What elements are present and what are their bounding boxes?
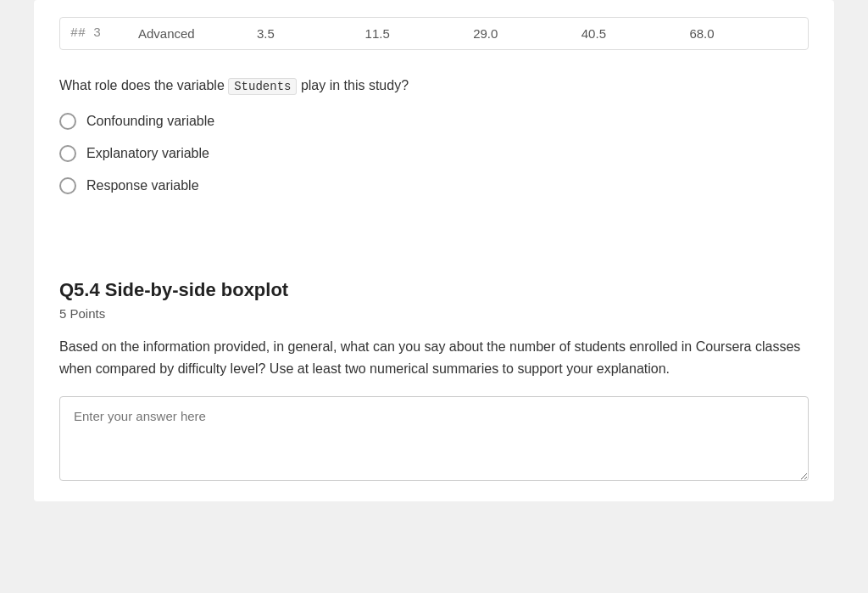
- q54-body: Based on the information provided, in ge…: [59, 336, 809, 379]
- table-cell-5: 68.0: [689, 26, 798, 41]
- radio-circle-1[interactable]: [59, 113, 76, 130]
- q53-question-prefix: What role does the variable: [59, 78, 228, 92]
- page-container: ## 3 Advanced 3.5 11.5 29.0 40.5 68.0 Wh…: [0, 0, 868, 501]
- radio-circle-3[interactable]: [59, 177, 76, 194]
- radio-label-2: Explanatory variable: [86, 146, 209, 161]
- table-cell-1: 3.5: [257, 26, 365, 41]
- table-cell-3: 29.0: [473, 26, 581, 41]
- q54-title: Side-by-side boxplot: [105, 279, 288, 300]
- q54-points: 5 Points: [59, 306, 809, 321]
- q54-heading: Q5.4 Side-by-side boxplot: [59, 279, 809, 301]
- table-row: ## 3 Advanced 3.5 11.5 29.0 40.5 68.0: [59, 17, 809, 50]
- radio-option-response[interactable]: Response variable: [59, 177, 809, 194]
- q53-question: What role does the variable Students pla…: [59, 76, 809, 96]
- table-cell-2: 11.5: [365, 26, 474, 41]
- q54-number: Q5.4: [59, 279, 100, 300]
- table-cell-4: 40.5: [581, 26, 690, 41]
- variable-name: Students: [228, 78, 297, 95]
- row-number: ## 3: [70, 26, 138, 41]
- section-spacer: [59, 228, 809, 271]
- q54-section: Q5.4 Side-by-side boxplot 5 Points Based…: [59, 279, 809, 484]
- radio-option-explanatory[interactable]: Explanatory variable: [59, 145, 809, 162]
- radio-circle-2[interactable]: [59, 145, 76, 162]
- radio-group: Confounding variable Explanatory variabl…: [59, 113, 809, 194]
- answer-textarea[interactable]: [59, 396, 809, 481]
- q53-question-suffix: play in this study?: [297, 78, 409, 92]
- radio-label-1: Confounding variable: [86, 114, 214, 129]
- row-label: Advanced: [138, 26, 257, 41]
- radio-option-confounding[interactable]: Confounding variable: [59, 113, 809, 130]
- content-card: ## 3 Advanced 3.5 11.5 29.0 40.5 68.0 Wh…: [34, 0, 834, 501]
- radio-label-3: Response variable: [86, 178, 199, 193]
